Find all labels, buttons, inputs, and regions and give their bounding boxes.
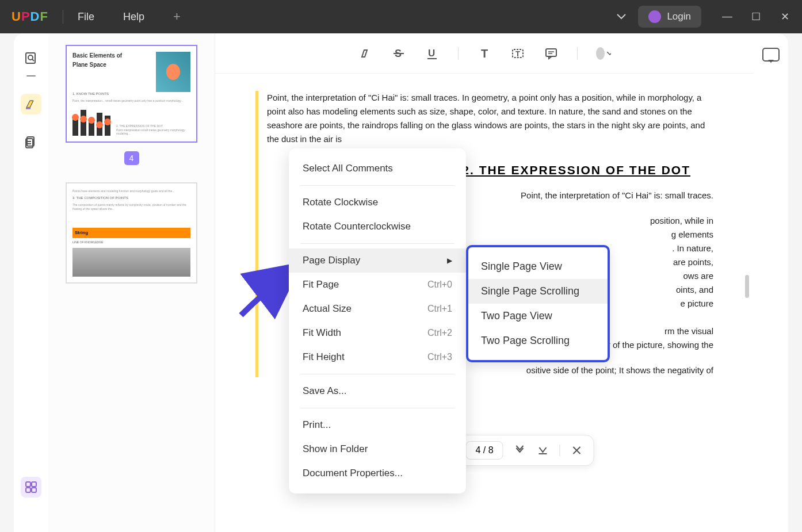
strikethrough-icon[interactable]: S	[391, 46, 406, 61]
ctx-rotate-counterclockwise[interactable]: Rotate Counterclockwise	[289, 215, 466, 239]
page-number-badge: 4	[124, 151, 139, 165]
avatar-icon	[648, 10, 661, 23]
toolbar-divider-2	[577, 47, 578, 60]
ctx-divider	[300, 408, 455, 408]
titlebar-dropdown-icon[interactable]	[613, 8, 629, 25]
minimize-button[interactable]: —	[721, 10, 733, 23]
ctx-rotate-clockwise[interactable]: Rotate Clockwise	[289, 190, 466, 215]
grid-tool-icon[interactable]	[21, 477, 41, 497]
app-logo: UPDF	[12, 9, 48, 24]
svg-rect-9	[32, 482, 36, 487]
svg-text:T: T	[515, 49, 520, 58]
scrollbar-thumb[interactable]	[745, 275, 749, 298]
ctx-fit-height[interactable]: Fit HeightCtrl+3	[289, 345, 466, 369]
chevron-right-icon: ▶	[447, 257, 452, 265]
thumbnail-panel[interactable]: Basic Elements of Plane Space 1. KNOW TH…	[48, 33, 215, 532]
context-menu: Select All Comments Rotate Clockwise Rot…	[289, 148, 466, 493]
textbox-icon[interactable]: T	[510, 46, 525, 61]
ctx-save-as[interactable]: Save As...	[289, 379, 466, 403]
ctx-select-all-comments[interactable]: Select All Comments	[289, 156, 466, 181]
left-rail	[14, 33, 48, 532]
svg-rect-11	[32, 488, 36, 492]
close-button[interactable]: ✕	[779, 10, 790, 23]
svg-text:T: T	[481, 47, 488, 60]
ctx-fit-page[interactable]: Fit PageCtrl+0	[289, 273, 466, 297]
logo-f: F	[40, 9, 48, 24]
ctx-print[interactable]: Print...	[289, 413, 466, 437]
thumb5-photo	[72, 248, 190, 277]
thumb-chart: 2. THE EXPRESSION OF THE DOTPoint interp…	[72, 107, 190, 136]
sub-single-page-view[interactable]: Single Page View	[468, 254, 608, 279]
rail-bottom	[21, 477, 41, 497]
shortcut-label: Ctrl+1	[427, 304, 452, 314]
logo-p: P	[21, 9, 30, 24]
svg-rect-19	[546, 49, 556, 56]
doc-paragraph-1: Point, the interpretation of "Ci Hai" is…	[267, 91, 713, 146]
thumb-image-icon	[156, 52, 190, 92]
sub-two-page-view[interactable]: Two Page View	[468, 304, 608, 328]
rail-separator	[26, 75, 36, 76]
thumbnail-page-5[interactable]: Points have elements and modeling functi…	[66, 182, 197, 284]
annotation-toolbar: S U T T	[215, 33, 754, 74]
svg-text:U: U	[428, 48, 435, 59]
page-indicator[interactable]: 4 / 8	[465, 441, 503, 460]
color-picker-icon[interactable]	[596, 46, 611, 61]
menu-help[interactable]: Help	[123, 11, 144, 23]
sub-single-page-scrolling[interactable]: Single Page Scrolling	[468, 279, 608, 304]
svg-rect-10	[26, 488, 30, 492]
ctx-divider	[300, 243, 455, 244]
svg-point-1	[28, 55, 33, 60]
search-tool-icon[interactable]	[21, 48, 41, 68]
shortcut-label: Ctrl+2	[427, 328, 452, 338]
login-label: Login	[667, 11, 691, 22]
thumb5-heading: String	[72, 228, 190, 238]
menu-file[interactable]: File	[78, 11, 94, 23]
ctx-actual-size[interactable]: Actual SizeCtrl+1	[289, 297, 466, 321]
ctx-show-in-folder[interactable]: Show in Folder	[289, 437, 466, 461]
mail-icon[interactable]	[762, 48, 780, 62]
toolbar-divider	[458, 47, 459, 60]
svg-line-2	[32, 59, 34, 61]
titlebar: UPDF File Help + Login — ☐ ✕	[0, 0, 802, 33]
color-dot	[596, 47, 605, 60]
document-tool-icon[interactable]	[21, 132, 41, 152]
right-rail	[754, 33, 788, 532]
ctx-fit-width[interactable]: Fit WidthCtrl+2	[289, 321, 466, 345]
close-bar-icon[interactable]	[571, 444, 583, 457]
comment-icon[interactable]	[544, 46, 559, 61]
shortcut-label: Ctrl+0	[427, 280, 452, 290]
titlebar-divider	[63, 10, 63, 24]
thumbnail-page-4[interactable]: Basic Elements of Plane Space 1. KNOW TH…	[66, 45, 197, 143]
highlighter-icon[interactable]	[358, 46, 373, 61]
next-page-icon[interactable]	[514, 444, 526, 457]
app-body: Basic Elements of Plane Space 1. KNOW TH…	[14, 33, 788, 532]
highlighter-tool-icon[interactable]	[21, 94, 41, 114]
logo-u: U	[12, 9, 21, 24]
underline-icon[interactable]: U	[425, 46, 440, 61]
sub-two-page-scrolling[interactable]: Two Page Scrolling	[468, 328, 608, 353]
logo-d: D	[30, 9, 40, 24]
svg-rect-0	[26, 53, 35, 63]
ctx-page-display[interactable]: Page Display▶	[289, 248, 466, 273]
new-tab-button[interactable]: +	[173, 9, 181, 24]
shortcut-label: Ctrl+3	[427, 352, 452, 362]
svg-rect-3	[26, 108, 30, 109]
page-display-submenu: Single Page View Single Page Scrolling T…	[466, 245, 610, 362]
window-controls: — ☐ ✕	[721, 10, 790, 23]
ctx-divider	[300, 374, 455, 374]
last-page-icon[interactable]	[537, 444, 549, 457]
ctx-divider	[300, 185, 455, 186]
maximize-button[interactable]: ☐	[750, 10, 762, 23]
bb-divider-2	[560, 445, 560, 456]
svg-rect-8	[26, 482, 30, 487]
login-button[interactable]: Login	[638, 6, 701, 28]
ctx-document-properties[interactable]: Document Properties...	[289, 461, 466, 485]
text-icon[interactable]: T	[477, 46, 492, 61]
